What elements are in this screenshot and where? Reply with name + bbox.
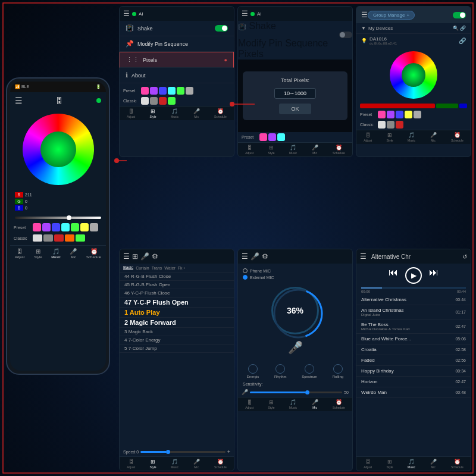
mn-adjust[interactable]: 🎛 Adjust: [127, 459, 135, 469]
mln-music[interactable]: 🎵 Music: [408, 459, 415, 469]
song-horizon[interactable]: Horizon 02:47: [356, 377, 471, 387]
micnav-style[interactable]: ⊞ Style: [268, 399, 275, 409]
preset-dot-7[interactable]: [90, 223, 98, 231]
song-blue-white[interactable]: Blue and White Porce... 05:06: [356, 334, 471, 345]
tab-water[interactable]: Water: [164, 266, 175, 270]
preset-dot-6[interactable]: [80, 223, 89, 231]
mode-rolling[interactable]: Rolling: [333, 364, 343, 378]
mn-music[interactable]: 🎵 Music: [171, 459, 178, 469]
p1-dot-6[interactable]: [186, 87, 193, 95]
mode-spectrum[interactable]: Spectrum: [302, 364, 317, 378]
mln-adjust[interactable]: 🎛 Adjust: [364, 459, 372, 469]
song-faded[interactable]: Faded 02:56: [356, 355, 471, 366]
p2-dot-1[interactable]: [259, 133, 267, 141]
preset-dot-5[interactable]: [71, 223, 79, 231]
music-item-magic-fwd[interactable]: 2 Magic Forward: [120, 318, 234, 328]
music-item-44[interactable]: 44 R-G-B Flush Close: [120, 273, 234, 281]
music-item-7jump[interactable]: 5 7-Color Jump: [120, 345, 234, 353]
song-boss[interactable]: Be The Boss Michal Dvorakas & Tomas Karl…: [356, 320, 471, 334]
speed-slider[interactable]: [140, 451, 226, 453]
g-classic-2[interactable]: [387, 121, 394, 129]
p1-dot-1[interactable]: [141, 87, 149, 95]
phone-mic-radio[interactable]: [243, 268, 248, 273]
p2-nav-mic[interactable]: 🎤 Mic: [312, 145, 318, 155]
p2-nav-adjust[interactable]: 🎛 Adjust: [245, 145, 253, 155]
tab-basic[interactable]: Basic: [123, 265, 133, 270]
g-nav-adjust[interactable]: 🎛 Adjust: [364, 132, 372, 142]
p1-nav-music[interactable]: 🎵 Music: [171, 108, 178, 118]
p1-dot-5[interactable]: [177, 87, 184, 95]
phone-nav-style[interactable]: ⊞ Style: [34, 248, 42, 259]
music-item-7color[interactable]: 4 7-Color Energy: [120, 336, 234, 345]
p1-classic-3[interactable]: [159, 97, 167, 105]
mn-schedule[interactable]: ⏰ Schedule: [214, 459, 227, 469]
music-item-46[interactable]: 46 Y-C-P Flush Close: [120, 289, 234, 298]
classic-dot-1[interactable]: [33, 234, 42, 242]
preset-dot-1[interactable]: [33, 223, 41, 231]
preset-dot-2[interactable]: [42, 223, 51, 231]
g-dot-4[interactable]: [405, 111, 412, 118]
song-alt-christmas[interactable]: Alternative Christmas 00:44: [356, 295, 471, 305]
sensitivity-slider[interactable]: [250, 392, 342, 393]
phone-nav-mic[interactable]: 🎤 Mic: [70, 248, 77, 259]
menu-pixels[interactable]: ⋮⋮ Pixels ●: [120, 52, 234, 68]
mln-mic[interactable]: 🎤 Mic: [430, 459, 437, 469]
p1-dot-2[interactable]: [150, 87, 158, 95]
next-button[interactable]: ⏭: [429, 267, 439, 284]
phone-mic-option[interactable]: Phone MIC: [243, 268, 347, 273]
g-classic-3[interactable]: [396, 121, 403, 129]
p1-classic-1[interactable]: [141, 97, 149, 105]
external-mic-radio[interactable]: [243, 275, 248, 280]
p2-dot-2[interactable]: [268, 133, 276, 141]
music-item-45[interactable]: 45 R-G-B Flush Open: [120, 281, 234, 289]
g-dot-5[interactable]: [414, 111, 421, 118]
classic-dot-3[interactable]: [54, 234, 64, 242]
p1-nav-adjust[interactable]: 🎛 Adjust: [127, 108, 135, 118]
mode-energic[interactable]: Energic: [247, 364, 259, 378]
g-classic-1[interactable]: [378, 121, 386, 129]
g-dot-3[interactable]: [396, 111, 403, 118]
group-color-wheel[interactable]: [390, 51, 437, 99]
p2-nav-style[interactable]: ⊞ Style: [268, 145, 275, 155]
tab-fk[interactable]: Fk ›: [178, 266, 185, 270]
classic-dot-4[interactable]: [65, 234, 74, 242]
play-button[interactable]: ▶: [405, 267, 422, 284]
p1-dot-4[interactable]: [168, 87, 176, 95]
classic-dot-2[interactable]: [43, 234, 53, 242]
prev-button[interactable]: ⏮: [389, 267, 398, 284]
phone-nav-schedule[interactable]: ⏰ Schedule: [86, 248, 101, 259]
g-dot-1[interactable]: [378, 111, 386, 118]
phone-nav-music[interactable]: 🎵 Music: [51, 248, 61, 259]
g-dot-2[interactable]: [387, 111, 394, 118]
mn-style[interactable]: ⊞ Style: [150, 459, 156, 469]
preset-dot-3[interactable]: [52, 223, 60, 231]
g-nav-style[interactable]: ⊞ Style: [387, 132, 393, 142]
p2-nav-schedule[interactable]: ⏰ Schedule: [333, 145, 345, 155]
menu-modify-pin[interactable]: 📌 Modify Pin Sequence: [120, 36, 234, 52]
p1-nav-style[interactable]: ⊞ Style: [150, 108, 156, 118]
g-nav-music[interactable]: 🎵 Music: [408, 132, 415, 142]
p1-classic-2[interactable]: [150, 97, 158, 105]
g-nav-mic[interactable]: 🎤 Mic: [430, 132, 437, 142]
shake-toggle[interactable]: [215, 25, 228, 32]
refresh-icon[interactable]: ↺: [462, 253, 467, 260]
music-item-auto[interactable]: 1 Auto Play: [120, 308, 234, 318]
classic-dot-5[interactable]: [76, 234, 85, 242]
mn-mic[interactable]: 🎤 Mic: [193, 459, 200, 469]
group-toggle[interactable]: [453, 12, 466, 18]
mln-style[interactable]: ⊞ Style: [387, 459, 393, 469]
p2-dot-3[interactable]: [277, 133, 285, 141]
song-weirdo[interactable]: Weirdo Man 00:48: [356, 387, 471, 398]
phone-brightness-slider[interactable]: [15, 217, 101, 219]
tab-trans[interactable]: Trans: [152, 266, 162, 270]
external-mic-option[interactable]: External MIC: [243, 275, 347, 280]
music-item-magic-back[interactable]: 3 Magic Back: [120, 328, 234, 336]
pixels-input[interactable]: [274, 88, 316, 99]
micnav-adjust[interactable]: 🎛 Adjust: [245, 399, 253, 409]
dialog-ok-button[interactable]: OK: [279, 104, 311, 114]
color-wheel[interactable]: [23, 114, 94, 185]
menu-shake[interactable]: 📳 Shake: [120, 21, 234, 36]
micnav-music[interactable]: 🎵 Music: [289, 399, 297, 409]
song-croatia[interactable]: Croatia 02:58: [356, 345, 471, 355]
p2-nav-music[interactable]: 🎵 Music: [289, 145, 297, 155]
